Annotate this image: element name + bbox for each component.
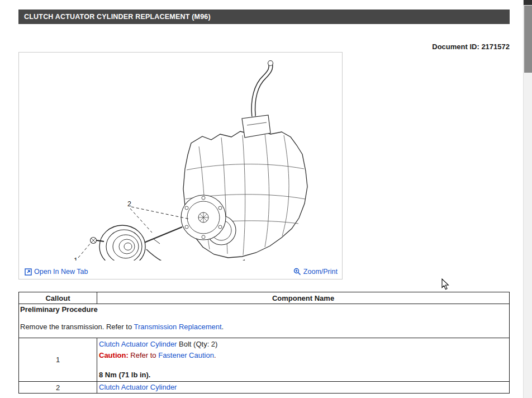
pushrod (144, 227, 182, 243)
zoom-print-link[interactable]: Zoom/Print (293, 268, 338, 276)
header-component-name: Component Name (97, 292, 510, 304)
document-id: Document ID: 2171572 (18, 42, 510, 51)
caution-end-text: . (214, 351, 216, 359)
caution-line: Caution: Refer to Fastener Caution. (99, 350, 508, 361)
clutch-actuator-cylinder-part (99, 225, 145, 260)
scrollbar-thumb[interactable] (524, 6, 532, 73)
transmission-replacement-link[interactable]: Transmission Replacement (134, 323, 222, 331)
figure-panel: 2 1 Open In New Tab Zoom/Print (18, 52, 343, 279)
table-row-2: 2 Clutch Actuator Cylinder (19, 382, 510, 394)
preliminary-title: Preliminary Procedure (20, 305, 508, 314)
bleed-fitting (153, 239, 160, 244)
figure-links-row: Open In New Tab Zoom/Print (19, 264, 342, 276)
component-1-name: Clutch Actuator Cylinder Bolt (Qty: 2) (99, 339, 508, 350)
preliminary-text: Remove the transmission. Refer to Transm… (20, 323, 508, 331)
mouse-cursor (441, 278, 449, 290)
open-in-new-tab-label: Open In New Tab (34, 268, 88, 276)
section-title-bar: CLUTCH ACTUATOR CYLINDER REPLACEMENT (M9… (18, 10, 510, 24)
caution-label: Caution: (99, 351, 129, 359)
open-in-new-tab-link[interactable]: Open In New Tab (25, 268, 88, 276)
clutch-actuator-cylinder-link[interactable]: Clutch Actuator Cylinder (99, 383, 177, 391)
scrollbar-top-cap (524, 0, 532, 5)
clutch-actuator-cylinder-bolt-link[interactable]: Clutch Actuator Cylinder (99, 340, 177, 348)
page-root: CLUTCH ACTUATOR CYLINDER REPLACEMENT (M9… (0, 0, 532, 398)
callout-2-cell: 2 (19, 382, 97, 394)
scrollbar-track[interactable] (523, 0, 532, 398)
page-title: CLUTCH ACTUATOR CYLINDER REPLACEMENT (M9… (24, 13, 211, 21)
torque-spec: 8 Nm (71 lb in). (99, 371, 508, 379)
callout-1-label: 1 (74, 257, 78, 260)
table-row-1: 1 Clutch Actuator Cylinder Bolt (Qty: 2)… (19, 338, 510, 382)
callout-1-cell: 1 (19, 338, 97, 382)
mounting-flange (181, 195, 226, 240)
preliminary-text-after: . (222, 323, 224, 331)
header-callout: Callout (19, 292, 97, 304)
zoom-icon (293, 268, 301, 276)
shift-lever (242, 61, 273, 138)
callout-table: Callout Component Name Preliminary Proce… (18, 292, 510, 394)
zoom-print-label: Zoom/Print (303, 268, 338, 276)
external-link-icon (25, 268, 32, 276)
preliminary-row: Preliminary Procedure Remove the transmi… (19, 304, 510, 338)
transmission-diagram: 2 1 (19, 53, 342, 260)
fastener-caution-link[interactable]: Fastener Caution (158, 351, 214, 359)
callout-2-label: 2 (127, 200, 131, 208)
preliminary-text-before: Remove the transmission. Refer to (20, 323, 134, 331)
caution-mid-text: Refer to (129, 351, 158, 359)
component-1-rest: Bolt (Qty: 2) (177, 340, 217, 348)
table-header-row: Callout Component Name (19, 292, 510, 304)
